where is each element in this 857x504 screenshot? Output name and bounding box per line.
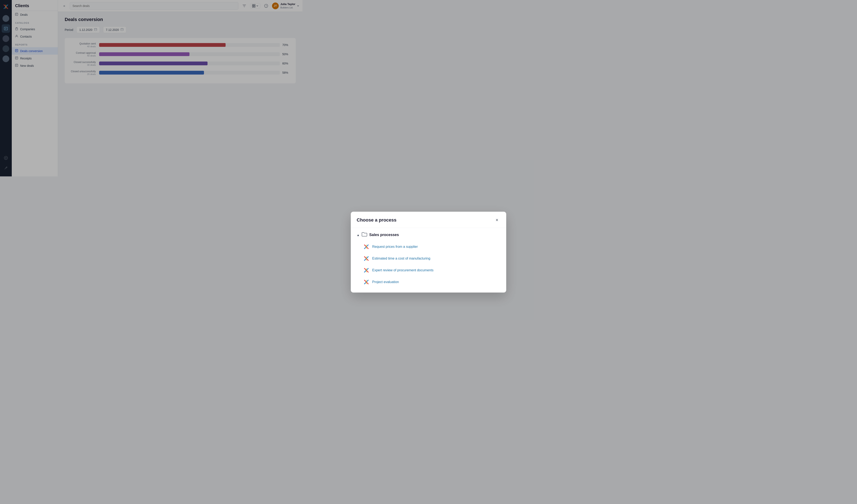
modal-overlay[interactable]: Choose a process × ▲ Sales processes — [0, 0, 302, 177]
